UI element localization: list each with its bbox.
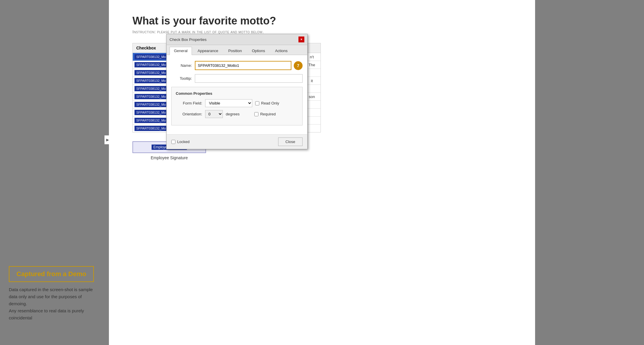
tab-appearance[interactable]: Appearance bbox=[193, 47, 223, 55]
checkbox-cell[interactable]: SFPART038132_Mo bbox=[133, 101, 170, 108]
read-only-checkbox[interactable] bbox=[255, 101, 259, 105]
page-instruction: Instruction: please put a mark in the li… bbox=[132, 29, 512, 34]
form-field-select[interactable]: Visible Hidden Visible but doesn't print… bbox=[205, 99, 252, 107]
main-content: What is your favorite motto? Instruction… bbox=[109, 0, 535, 345]
demo-badge: Captured from a Demo bbox=[9, 266, 94, 282]
tab-position[interactable]: Position bbox=[224, 47, 246, 55]
check-box-properties-dialog: Check Box Properties × General Appearanc… bbox=[166, 34, 308, 149]
close-button[interactable]: Close bbox=[278, 137, 303, 146]
checkbox-cell[interactable]: SFPART038132_Mo bbox=[133, 61, 170, 69]
sidebar-toggle-arrow[interactable]: ▶ bbox=[104, 135, 110, 144]
common-properties: Common Properties Form Field: Visible Hi… bbox=[171, 87, 303, 125]
step-badge: 7 bbox=[294, 61, 303, 70]
checkbox-cell[interactable]: SFPART038132_Mo bbox=[133, 77, 170, 84]
orientation-row: Orientation: 0 90 180 270 degrees Requir… bbox=[176, 110, 298, 118]
dialog-title: Check Box Properties bbox=[170, 37, 207, 42]
tooltip-label: Tooltip: bbox=[171, 76, 192, 81]
checkbox-button[interactable]: SFPART038132_Mo bbox=[135, 102, 167, 107]
required-text: Required bbox=[260, 112, 276, 116]
locked-text: Locked bbox=[177, 140, 190, 144]
checkbox-cell[interactable]: SFPART038132_Mo bbox=[133, 125, 170, 132]
form-field-label: Form Field: bbox=[176, 101, 202, 105]
name-input[interactable] bbox=[195, 61, 291, 70]
dialog-tabs: General Appearance Position Options Acti… bbox=[167, 45, 307, 55]
checkbox-button[interactable]: SFPART038132_Mo bbox=[135, 62, 167, 67]
dialog-titlebar: Check Box Properties × bbox=[167, 34, 307, 45]
checkbox-button[interactable]: SFPART038132_Mo bbox=[135, 110, 167, 115]
checkbox-cell[interactable]: SFPART038132_Mo bbox=[133, 69, 170, 77]
checkbox-button[interactable]: SFPART038132_Mo bbox=[135, 78, 167, 83]
tab-general[interactable]: General bbox=[170, 47, 192, 55]
right-sidebar bbox=[535, 0, 644, 345]
locked-checkbox[interactable] bbox=[171, 140, 175, 144]
tab-actions[interactable]: Actions bbox=[270, 47, 292, 55]
required-label: Required bbox=[254, 112, 276, 116]
name-label: Name: bbox=[171, 63, 192, 68]
checkbox-button[interactable]: SFPART038132_Mo bbox=[135, 86, 167, 91]
locked-label: Locked bbox=[171, 140, 190, 144]
page-title: What is your favorite motto? bbox=[132, 15, 512, 27]
checkbox-button[interactable]: SFPART038132_Mo bbox=[135, 94, 167, 99]
form-field-row: Form Field: Visible Hidden Visible but d… bbox=[176, 99, 298, 107]
arrow-icon: ▶ bbox=[106, 138, 109, 142]
checkbox-button[interactable]: SFPART038132_Mo bbox=[135, 54, 167, 59]
dialog-close-button[interactable]: × bbox=[298, 37, 304, 42]
common-properties-title: Common Properties bbox=[176, 91, 298, 96]
checkbox-cell[interactable]: SFPART038132_Mo bbox=[133, 117, 170, 124]
dialog-content: Name: 7 Tooltip: Common Properties Form … bbox=[167, 55, 307, 134]
watermark-area: Captured from a Demo Data captured in th… bbox=[0, 260, 109, 327]
degrees-label: degrees bbox=[226, 112, 240, 116]
orientation-label: Orientation: bbox=[176, 112, 202, 116]
checkbox-cell[interactable]: SFPART038132_Mo bbox=[133, 93, 170, 100]
required-checkbox[interactable] bbox=[254, 112, 258, 116]
checkbox-button[interactable]: SFPART038132_Mo bbox=[135, 126, 167, 131]
dialog-footer: Locked Close bbox=[167, 134, 307, 149]
checkbox-col-header: Checkbox bbox=[133, 43, 168, 53]
checkbox-cell[interactable]: SFPART038132_Mo bbox=[133, 53, 170, 61]
checkbox-cell[interactable]: SFPART038132_Mo bbox=[133, 85, 170, 92]
tooltip-input[interactable] bbox=[195, 74, 303, 83]
demo-caption: Data captured in the screen-shot is samp… bbox=[9, 286, 100, 321]
tooltip-field-row: Tooltip: bbox=[171, 74, 303, 83]
checkbox-button[interactable]: SFPART038132_Mo bbox=[135, 70, 167, 75]
read-only-text: Read Only bbox=[261, 101, 279, 105]
checkbox-cell[interactable]: SFPART038132_Mo bbox=[133, 109, 170, 116]
orientation-select[interactable]: 0 90 180 270 bbox=[205, 110, 223, 118]
tab-options[interactable]: Options bbox=[248, 47, 270, 55]
name-field-row: Name: 7 bbox=[171, 61, 303, 70]
checkbox-button[interactable]: SFPART038132_Mo bbox=[135, 118, 167, 123]
read-only-label: Read Only bbox=[255, 101, 279, 105]
left-sidebar: Captured from a Demo Data captured in th… bbox=[0, 0, 109, 345]
signature-caption: Employee Signature bbox=[132, 155, 206, 160]
